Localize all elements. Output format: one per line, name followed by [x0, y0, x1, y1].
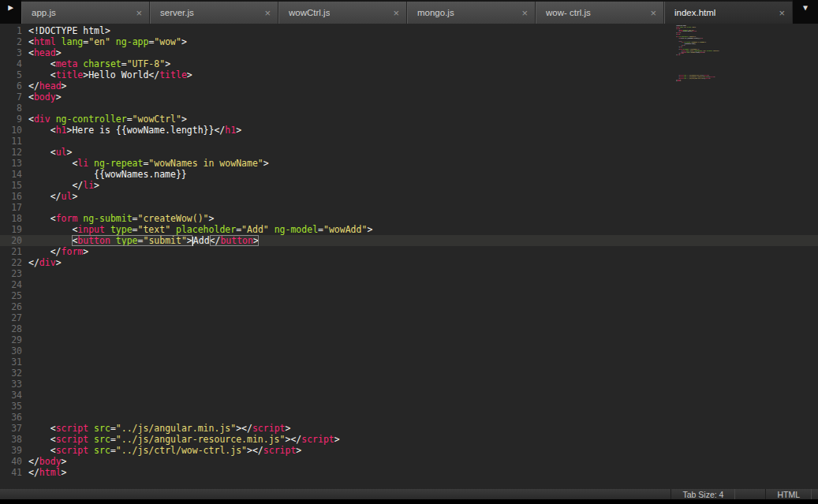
code-line[interactable]: </ul>	[28, 191, 700, 202]
tab-close-icon[interactable]: ×	[393, 8, 399, 18]
code-line[interactable]: </form>	[28, 246, 700, 257]
tab-close-icon[interactable]: ×	[264, 8, 271, 18]
tab-close-icon[interactable]: ×	[136, 8, 142, 18]
status-bar-inner: Tab Size: 4 HTML	[0, 489, 818, 499]
code-line[interactable]	[28, 202, 700, 213]
code-line[interactable]: <ul>	[28, 147, 700, 158]
code-line[interactable]	[28, 136, 700, 147]
tab-close-icon[interactable]: ×	[779, 8, 785, 18]
code-line[interactable]: <!DOCTYPE html>	[28, 25, 700, 36]
status-tab-size[interactable]: Tab Size: 4	[670, 489, 735, 499]
code-line[interactable]: <li ng-repeat="wowNames in wowName">	[28, 158, 700, 169]
tag-match-highlight: </button>	[210, 235, 259, 246]
code-line[interactable]	[28, 368, 700, 379]
tab-close-icon[interactable]: ×	[521, 8, 528, 18]
code-line[interactable]: </body>	[28, 456, 700, 467]
tab-server.js[interactable]: server.js×	[150, 2, 278, 24]
tab-close-icon[interactable]: ×	[650, 8, 656, 18]
line-number: 9	[0, 114, 22, 125]
code-line[interactable]: <html lang="en" ng-app="wow">	[28, 36, 700, 47]
line-number: 34	[0, 390, 22, 401]
editor-pane[interactable]: 1234567891011121314151617181920212223242…	[0, 24, 818, 489]
code-line[interactable]: {{wowNames.name}}	[28, 169, 700, 180]
code-line[interactable]	[28, 412, 700, 423]
code-line[interactable]: <script src="../js/angular.min.js"></scr…	[28, 423, 700, 434]
code-line[interactable]	[28, 390, 700, 401]
line-number: 22	[0, 257, 22, 268]
code-line[interactable]	[28, 323, 700, 334]
tab-label: mongo.js	[417, 8, 454, 17]
line-number: 29	[0, 334, 22, 345]
line-number: 23	[0, 268, 22, 279]
code-line[interactable]: <body>	[28, 91, 700, 103]
line-number: 25	[0, 290, 22, 301]
tab-label: wow- ctrl.js	[546, 8, 591, 17]
code-line[interactable]	[28, 379, 700, 390]
line-number: 18	[0, 213, 22, 224]
line-number: 36	[0, 412, 22, 423]
code-line[interactable]	[28, 357, 700, 368]
code-line[interactable]: </li>	[28, 180, 700, 191]
line-number: 15	[0, 180, 22, 191]
tab-app.js[interactable]: app.js×	[21, 2, 150, 24]
status-syntax-mode[interactable]: HTML	[765, 489, 812, 499]
line-number: 24	[0, 279, 22, 290]
code-line[interactable]	[28, 301, 700, 312]
tab-overflow-button[interactable]: ▼	[793, 0, 818, 24]
code-line[interactable]	[28, 279, 700, 290]
code-line[interactable]	[28, 345, 700, 357]
line-number: 33	[0, 379, 22, 390]
code-line[interactable]: <title>Hello World</title>	[28, 69, 700, 80]
line-number: 39	[0, 445, 22, 456]
tab-bar: ▶ app.js×server.js×wowCtrl.js×mongo.js×w…	[0, 0, 818, 24]
chevron-down-icon: ▼	[803, 3, 808, 12]
tab-label: wowCtrl.js	[289, 8, 330, 17]
tab-wowCtrl.js[interactable]: wowCtrl.js×	[278, 2, 407, 24]
tab-wow-ctrl.js[interactable]: wow- ctrl.js×	[536, 2, 664, 24]
code-line[interactable]: </div>	[28, 257, 700, 268]
tab-mongo.js[interactable]: mongo.js×	[407, 2, 536, 24]
line-number: 2	[0, 36, 22, 47]
tab-label: app.js	[32, 8, 56, 17]
code-lines[interactable]: <!DOCTYPE html><html lang="en" ng-app="w…	[28, 25, 700, 478]
line-number: 8	[0, 103, 22, 114]
code-line[interactable]: </head>	[28, 80, 700, 91]
code-line[interactable]	[28, 312, 700, 323]
tab-strip: app.js×server.js×wowCtrl.js×mongo.js×wow…	[21, 0, 793, 24]
line-number: 27	[0, 312, 22, 323]
code-line[interactable]: <div ng-controller="wowCtrl">	[28, 114, 700, 125]
code-line[interactable]	[28, 290, 700, 301]
code-line[interactable]: <head>	[28, 47, 700, 58]
code-line[interactable]	[28, 334, 700, 345]
code-line[interactable]: <h1>Here is {{wowName.length}}</h1>	[28, 125, 700, 136]
code-line[interactable]: <form ng-submit="createWow()">	[28, 213, 700, 224]
line-numbers: 1234567891011121314151617181920212223242…	[0, 25, 22, 478]
code-line[interactable]: <button type="submit">Add</button>	[28, 235, 700, 246]
code-line[interactable]	[28, 103, 700, 114]
line-number: 41	[0, 467, 22, 478]
line-number: 10	[0, 125, 22, 136]
tab-bar-left-cap: ▶	[0, 0, 21, 24]
code-line[interactable]: <script src="../js/angular-resource.min.…	[28, 434, 700, 445]
tab-label: server.js	[160, 8, 194, 17]
line-number: 3	[0, 47, 22, 58]
minimap-content: <!DOCTYPE html><html lang="en" ng-app="w…	[676, 25, 755, 82]
line-number: 1	[0, 25, 22, 36]
code-line[interactable]	[28, 268, 700, 279]
code-line[interactable]: <input type="text" placeholder="Add" ng-…	[28, 224, 700, 235]
tab-index.html[interactable]: index.html×	[664, 2, 793, 24]
play-icon[interactable]: ▶	[8, 2, 13, 13]
line-number: 20	[0, 235, 22, 246]
code-line[interactable]: <meta charset="UTF-8">	[28, 58, 700, 69]
code-line[interactable]: <script src="../js/ctrl/wow-ctrl.js"></s…	[28, 445, 700, 456]
line-number: 30	[0, 345, 22, 357]
line-number: 35	[0, 401, 22, 412]
code-line[interactable]	[28, 401, 700, 412]
tag-match-highlight: <button type="submit">	[72, 235, 192, 246]
line-number: 28	[0, 323, 22, 334]
minimap[interactable]: <!DOCTYPE html><html lang="en" ng-app="w…	[676, 25, 816, 481]
line-number: 4	[0, 58, 22, 69]
line-number: 12	[0, 147, 22, 158]
code-editor-window: ▶ app.js×server.js×wowCtrl.js×mongo.js×w…	[0, 0, 818, 504]
code-line[interactable]: </html>	[28, 467, 700, 478]
